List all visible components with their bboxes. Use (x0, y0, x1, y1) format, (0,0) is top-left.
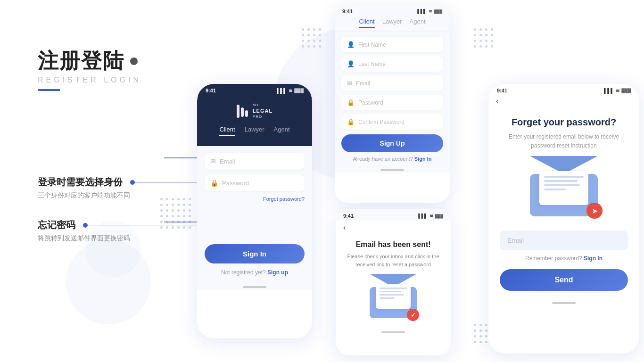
signup-button[interactable]: Sign Up (341, 134, 443, 152)
paper-line-4 (380, 297, 395, 299)
forget-pw-title: Forget your password? (500, 117, 628, 128)
phone1-body: ✉ Email 🔒 Password Forgot password? Sign… (197, 146, 312, 282)
phone4-home-indicator (488, 298, 639, 306)
firstname-placeholder: First Name (358, 41, 386, 48)
email-sent-body: Email has been sent! Please check your i… (336, 234, 451, 329)
phone-forget-password: 9:41 ▌▌▌ ≋ ▓▓▓ ‹ Forget your password? E… (488, 84, 639, 354)
email-placeholder: Email (220, 158, 235, 165)
phone1-tab-bar: Client Lawyer Agent (197, 123, 312, 139)
wifi-icon: ≋ (289, 88, 292, 93)
phone-login-header: 9:41 ▌▌▌ ≋ ▓▓▓ MY LEGAL PRO Client Lawye… (197, 84, 312, 146)
sign-up-link[interactable]: Sign up (267, 269, 288, 276)
phone1-time: 9:41 (206, 88, 216, 93)
not-registered-text: Not registred yet? Sign up (205, 269, 305, 276)
check-badge-small: ✓ (407, 309, 419, 321)
dot-grid-mid-top (302, 28, 321, 48)
phone4-status-bar: 9:41 ▌▌▌ ≋ ▓▓▓ (488, 84, 639, 95)
signal-icon: ▌▌▌ (277, 88, 287, 93)
home-bar-3 (381, 331, 405, 333)
phone3-status-icons: ▌▌▌ ≋ ▓▓▓ (418, 213, 443, 219)
main-title-zh: 注册登陆 (38, 47, 286, 75)
back-arrow-email-sent[interactable]: ‹ (336, 221, 451, 234)
feature-dot-identity (130, 180, 135, 185)
phone1-home-indicator (197, 282, 312, 290)
phone2-status-bar: 9:41 ▌▌▌ ≋ ▓▓▓ (335, 5, 450, 15)
confirm-password-placeholder: Confirm Password (358, 119, 405, 125)
env-paper-line-4 (544, 189, 566, 190)
phone2-status-icons: ▌▌▌ ≋ ▓▓▓ (417, 8, 442, 14)
send-badge-large: ➤ (586, 203, 603, 219)
paper-lines-large (539, 171, 588, 195)
lock-icon: 🔒 (210, 179, 218, 187)
feature-dot-forgot (83, 223, 88, 228)
paper-lines-small (376, 284, 411, 302)
back-arrow-forget-pw[interactable]: ‹ (488, 95, 639, 109)
lastname-placeholder: Last Name (358, 61, 386, 67)
phone2-time: 9:41 (342, 8, 353, 14)
forget-pw-body: Forget your password? Enter your registe… (488, 109, 639, 298)
phone2-form-body: 👤 First Name 👤 Last Name ✉ Email 🔒 Passw… (335, 32, 450, 166)
battery-icon-4: ▓▓▓ (621, 88, 631, 93)
logo-icon (237, 105, 248, 118)
phone-email-sent: 9:41 ▌▌▌ ≋ ▓▓▓ ‹ Email has been sent! Pl… (336, 209, 451, 355)
paper-line-2 (380, 291, 401, 292)
dot-grid-right-top (474, 28, 493, 48)
title-dot (130, 58, 138, 65)
wifi-icon-3: ≋ (429, 214, 433, 218)
env-paper-line-3 (544, 184, 580, 186)
forget-pw-desc: Enter your registered email below to rec… (500, 132, 628, 150)
tab-lawyer-register[interactable]: Lawyer (382, 18, 402, 28)
email-input-placeholder-forget: Email (507, 237, 524, 244)
battery-icon: ▓▓▓ (294, 88, 304, 93)
logo-text: MY LEGAL PRO (253, 103, 272, 119)
sign-in-button[interactable]: Sign In (205, 244, 305, 263)
phone1-status-bar: 9:41 ▌▌▌ ≋ ▓▓▓ (197, 84, 312, 95)
password-placeholder-register: Password (358, 99, 383, 106)
title-zh-text: 注册登陆 (38, 47, 124, 75)
wifi-icon-4: ≋ (616, 88, 619, 93)
email-input-forget-pw[interactable]: Email (500, 230, 628, 250)
phone-register: 9:41 ▌▌▌ ≋ ▓▓▓ Client Lawyer Agent 👤 Fir… (335, 5, 450, 203)
signal-icon-4: ▌▌▌ (604, 88, 614, 93)
tab-agent-register[interactable]: Agent (410, 18, 426, 28)
password-input-field[interactable]: 🔒 Password (205, 174, 305, 191)
phone3-time: 9:41 (343, 213, 354, 219)
battery-icon-2: ▓▓▓ (434, 9, 443, 14)
password-placeholder: Password (222, 180, 249, 187)
logo-bar-1 (237, 105, 239, 118)
remember-password-text: Remember password? Sign In (500, 255, 628, 262)
email-icon: ✉ (210, 157, 216, 165)
env-paper-line-2 (544, 180, 578, 182)
forgot-password-link[interactable]: Forgot password? (205, 196, 305, 202)
tab-lawyer-login[interactable]: Lawyer (245, 126, 264, 136)
wifi-icon-2: ≋ (429, 9, 432, 14)
firstname-field[interactable]: 👤 First Name (341, 37, 443, 52)
email-input-field[interactable]: ✉ Email (205, 153, 305, 170)
email-placeholder-register: Email (356, 80, 370, 87)
paper-line-3 (380, 294, 404, 296)
envelope-large-illustration: ➤ (521, 160, 606, 221)
lastname-field[interactable]: 👤 Last Name (341, 56, 443, 72)
sign-in-link-forget[interactable]: Sign In (584, 255, 603, 262)
phone3-home-indicator (336, 329, 451, 335)
phone4-status-icons: ▌▌▌ ≋ ▓▓▓ (604, 88, 631, 93)
tab-client-login[interactable]: Client (219, 126, 235, 136)
person-icon-2: 👤 (347, 60, 355, 67)
tab-agent-login[interactable]: Agent (274, 126, 290, 136)
password-field-register[interactable]: 🔒 Password (341, 95, 443, 110)
email-sent-title: Email has been sent! (343, 240, 443, 249)
title-underline (38, 89, 60, 91)
env-paper-line-1 (544, 176, 584, 178)
email-field-register[interactable]: ✉ Email (341, 75, 443, 91)
signin-link-register[interactable]: Sign In (414, 156, 432, 162)
phone3-status-bar: 9:41 ▌▌▌ ≋ ▓▓▓ (336, 209, 451, 221)
send-button[interactable]: Send (500, 269, 628, 291)
already-account-text: Already have an account? Sign In (341, 156, 443, 162)
tab-client-register[interactable]: Client (359, 18, 374, 28)
env-paper-large (539, 171, 588, 205)
confirm-password-field[interactable]: 🔒 Confirm Password (341, 114, 443, 130)
envelope-sent-illustration: ✓ (363, 276, 424, 323)
home-bar-2 (380, 169, 404, 171)
email-icon-register: ✉ (347, 80, 352, 87)
signal-icon-3: ▌▌▌ (418, 214, 427, 218)
